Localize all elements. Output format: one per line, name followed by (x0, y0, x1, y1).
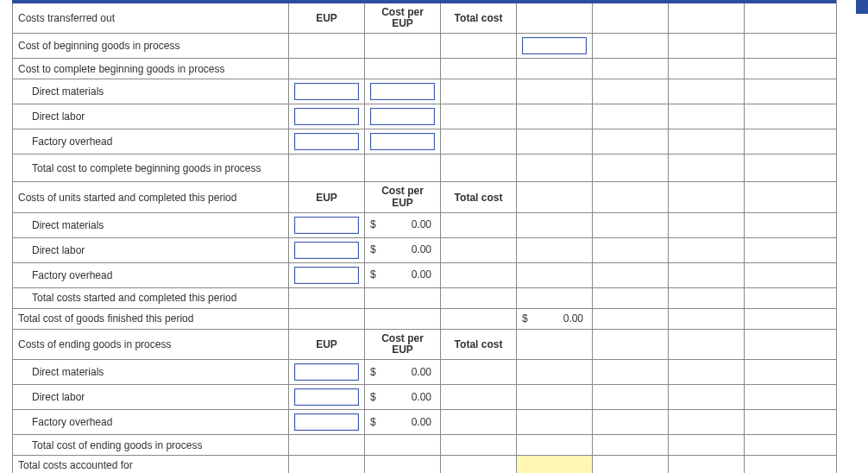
blank (745, 360, 836, 384)
cell (365, 79, 441, 104)
blank (593, 155, 669, 181)
blank (441, 129, 517, 154)
row-sc-foh: Factory overhead $0.00 (12, 263, 836, 288)
value-sc-dl-cpe: $0.00 (370, 244, 435, 255)
cell: $0.00 (365, 360, 441, 384)
input-ctc-dl-eup[interactable] (294, 108, 359, 125)
blank (669, 456, 745, 473)
blank (517, 385, 593, 409)
blank (441, 238, 517, 262)
hdr-total-cost: Total cost (441, 330, 517, 359)
label: Direct labor (13, 238, 289, 262)
cell: $0.00 (365, 238, 441, 262)
cell (289, 263, 365, 287)
cell: $0.00 (365, 410, 441, 434)
input-sc-dl-eup[interactable] (294, 242, 359, 259)
blank (517, 435, 593, 455)
row-total-finished: Total cost of goods finished this period… (12, 309, 836, 330)
blank (517, 182, 593, 211)
blank (517, 3, 593, 33)
value-end-dm-cpe: $0.00 (370, 367, 435, 378)
blank (441, 34, 517, 58)
blank (745, 155, 836, 181)
blank (669, 104, 745, 129)
blank (517, 288, 593, 308)
row-sc-dl: Direct labor $0.00 (12, 238, 836, 263)
blank (745, 263, 836, 287)
blank (441, 410, 517, 434)
row-total-ending-gip: Total cost of ending goods in process (12, 435, 836, 456)
cell (289, 129, 365, 154)
input-end-dl-eup[interactable] (294, 388, 359, 406)
blank (365, 59, 441, 79)
blank (517, 330, 593, 359)
blank (441, 104, 517, 129)
blank (669, 360, 745, 384)
blank (593, 435, 669, 455)
blank (517, 360, 593, 384)
label: Cost of beginning goods in process (13, 34, 289, 58)
cell: $0.00 (517, 309, 593, 329)
blank (441, 309, 517, 329)
input-ctc-dm-cpe[interactable] (370, 83, 435, 100)
blank (441, 288, 517, 308)
input-sc-dm-eup[interactable] (294, 217, 359, 234)
label: Costs of ending goods in process (13, 330, 289, 359)
label: Direct materials (13, 360, 289, 384)
label: Total costs started and completed this p… (13, 288, 289, 308)
input-ctc-dl-cpe[interactable] (370, 108, 435, 125)
blank (669, 213, 745, 237)
blank (365, 435, 441, 455)
blank (593, 410, 669, 434)
blank (289, 435, 365, 455)
input-ctc-foh-eup[interactable] (294, 133, 359, 150)
label: Direct labor (13, 385, 289, 409)
blank (745, 410, 836, 434)
input-end-dm-eup[interactable] (294, 363, 359, 381)
blank (745, 129, 836, 154)
blank (593, 59, 669, 79)
blank (669, 59, 745, 79)
label: Direct materials (13, 213, 289, 237)
label: Total costs accounted for (13, 456, 289, 473)
blank (593, 385, 669, 409)
cell (365, 129, 441, 154)
row-costs-ending-gip: Costs of ending goods in process EUP Cos… (12, 330, 836, 360)
cell (289, 360, 365, 384)
blank (745, 3, 836, 33)
blank (669, 410, 745, 434)
blank (593, 309, 669, 329)
label: Factory overhead (13, 410, 289, 434)
value-end-foh-cpe: $0.00 (370, 417, 435, 428)
blank (669, 34, 745, 58)
blank (517, 410, 593, 434)
blank (593, 456, 669, 473)
blank (593, 288, 669, 308)
blank (593, 3, 669, 33)
cell: $0.00 (365, 213, 441, 237)
blank (669, 182, 745, 211)
input-end-foh-eup[interactable] (294, 413, 359, 431)
input-ctc-dm-eup[interactable] (294, 83, 359, 100)
blank (669, 309, 745, 329)
blank (593, 129, 669, 154)
input-sc-foh-eup[interactable] (294, 267, 359, 284)
blank (517, 263, 593, 287)
hdr-eup: EUP (289, 182, 365, 211)
cell (289, 238, 365, 262)
input-ctc-foh-cpe[interactable] (370, 133, 435, 150)
cell (289, 385, 365, 409)
blank (745, 309, 836, 329)
blank (517, 129, 593, 154)
blank (745, 34, 836, 58)
blank (517, 59, 593, 79)
blank (745, 59, 836, 79)
blank (365, 34, 441, 58)
blank (289, 309, 365, 329)
row-total-accounted: Total costs accounted for (12, 456, 836, 473)
blank (669, 79, 745, 104)
blank (365, 155, 441, 181)
blank (593, 213, 669, 237)
cell: $0.00 (365, 263, 441, 287)
input-cost-beginning-gip[interactable] (522, 37, 587, 54)
